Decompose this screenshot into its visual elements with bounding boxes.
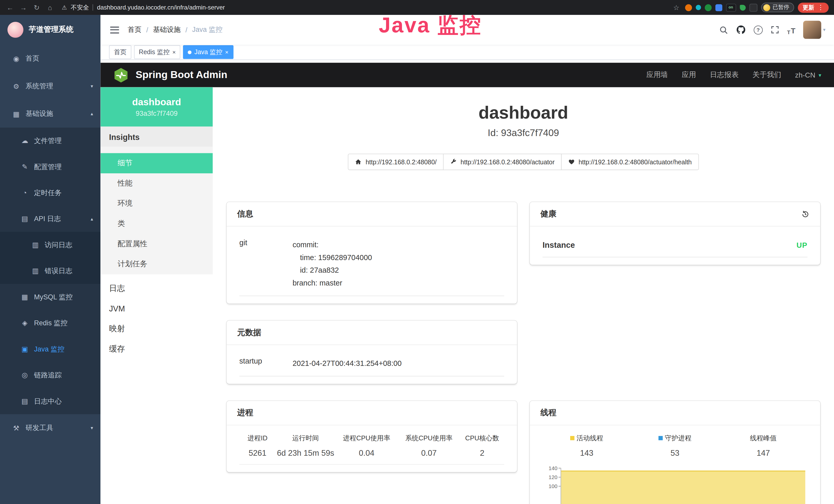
browser-menu-icon: ⋮ [817, 4, 824, 11]
hamburger-icon[interactable] [110, 26, 119, 33]
insights-group: 细节 性能 环境 类 配置属性 计划任务 [101, 147, 213, 274]
cell-value: 6d 23h 15m 59s [276, 448, 335, 457]
extensions-grid-icon[interactable] [715, 4, 722, 11]
breadcrumb-infrastructure[interactable]: 基础设施 [153, 25, 181, 35]
instance-link-actuator[interactable]: http://192.168.0.2:48080/actuator [443, 154, 562, 170]
breadcrumb-home[interactable]: 首页 [128, 25, 141, 35]
instance-link-home[interactable]: http://192.168.0.2:48080/ [348, 154, 444, 170]
sidebar-item-redis-monitor[interactable]: ◈ Redis 监控 [0, 310, 101, 336]
process-col-cores: CPU核心数 2 [460, 434, 504, 457]
sidebar-item-mappings[interactable]: 映射 [101, 318, 213, 339]
sidebar-item-tracing[interactable]: ◎ 链路追踪 [0, 362, 101, 388]
sidebar-item-classes[interactable]: 类 [101, 214, 213, 234]
caret-down-icon: ▾ [823, 27, 825, 32]
tab-label: 首页 [114, 47, 127, 56]
legend-value: 143 [543, 448, 631, 457]
legend-label: 活动线程 [543, 434, 631, 443]
details-cards: 信息 git commit: time: 1596289704000 id: 2 [226, 202, 820, 504]
sidebar-item-api-logs[interactable]: ▤ API 日志 ▴ [0, 206, 101, 232]
sba-brand-title[interactable]: Spring Boot Admin [136, 69, 227, 81]
help-icon[interactable]: ? [753, 24, 763, 35]
address-divider [93, 4, 93, 11]
instance-link-health[interactable]: http://192.168.0.2:48080/actuator/health [561, 154, 699, 170]
column-header: 运行时间 [276, 434, 335, 443]
reload-icon[interactable]: ↻ [32, 3, 41, 11]
column-header: CPU核心数 [460, 434, 504, 443]
process-card: 进程 进程ID 5261 运行时间 [226, 401, 517, 472]
sidebar-item-loggers[interactable]: 日志 [101, 278, 213, 298]
user-menu[interactable]: ▾ [804, 21, 826, 39]
cloud-icon: ☁ [20, 137, 29, 144]
sidebar-item-metrics[interactable]: 性能 [101, 173, 213, 193]
infrastructure-submenu: ☁ 文件管理 ✎ 配置管理 ◔ 定时任务 ▤ API 日志 ▴ [0, 128, 101, 414]
metadata-card-header: 元数据 [226, 321, 517, 345]
sidebar-item-home[interactable]: ◉ 首页 [0, 45, 101, 72]
breadcrumb: 首页 / 基础设施 / Java 监控 [128, 25, 222, 35]
sidebar-item-access-logs[interactable]: ▥ 访问日志 [0, 232, 101, 258]
breadcrumb-separator: / [146, 26, 148, 33]
locale-label: zh-CN [795, 71, 815, 79]
app-logo[interactable]: 芋道管理系统 [0, 15, 101, 45]
column-header: 进程CPU使用率 [335, 434, 398, 443]
profile-paused-badge[interactable]: 已暂停 [761, 3, 794, 12]
sidebar-item-jvm[interactable]: JVM [101, 298, 213, 319]
instance-header[interactable]: dashboard 93a3fc7f7409 [101, 87, 213, 127]
sidebar-item-caches[interactable]: 缓存 [101, 339, 213, 359]
sidebar-item-label: Redis 监控 [34, 318, 68, 328]
sidebar-item-environment[interactable]: 环境 [101, 193, 213, 214]
back-icon[interactable]: ← [5, 3, 15, 11]
section-insights[interactable]: Insights [101, 127, 213, 147]
forward-icon[interactable]: → [19, 3, 28, 11]
sidebar-item-scheduled[interactable]: 计划任务 [101, 254, 213, 274]
bookmark-star-icon[interactable]: ☆ [672, 3, 681, 11]
extensions-puzzle-icon[interactable] [749, 3, 757, 11]
sidebar-item-label: 基础设施 [25, 109, 53, 119]
process-card-header: 进程 [226, 401, 517, 425]
close-icon[interactable]: × [172, 49, 176, 55]
browser-home-icon[interactable]: ⌂ [45, 3, 55, 11]
sidebar-item-mysql-monitor[interactable]: ▦ MySQL 监控 [0, 284, 101, 310]
sba-nav-about[interactable]: 关于我们 [752, 70, 781, 79]
tab-java-monitor[interactable]: Java 监控 × [183, 45, 233, 59]
sidebar-item-file-management[interactable]: ☁ 文件管理 [0, 128, 101, 154]
health-instance-row[interactable]: Instance UP [543, 230, 807, 257]
eye-icon: ◎ [20, 371, 29, 379]
github-icon[interactable] [736, 24, 746, 35]
sidebar-item-java-monitor[interactable]: ▣ Java 监控 [0, 336, 101, 362]
legend-col-daemon: 守护进程 53 [631, 434, 719, 457]
sidebar-item-system-management[interactable]: ⚙ 系统管理 ▾ [0, 72, 101, 100]
history-icon[interactable] [801, 210, 810, 218]
tab-redis-monitor[interactable]: Redis 监控 × [134, 45, 180, 59]
metadata-row: startup 2021-04-27T00:44:31.254+08:00 [239, 348, 504, 376]
sidebar-item-infrastructure[interactable]: ▦ 基础设施 ▴ [0, 100, 101, 128]
infrastructure-icon: ▦ [12, 110, 21, 118]
search-icon[interactable] [719, 24, 728, 35]
extension-icon-green[interactable] [705, 4, 711, 11]
font-size-icon[interactable]: TT [787, 24, 795, 35]
extension-on-badge-icon[interactable]: on [726, 3, 736, 11]
extension-icon-leaf[interactable] [740, 5, 745, 10]
sba-nav-applications[interactable]: 应用 [682, 70, 696, 79]
locale-selector[interactable]: zh-CN ▾ [795, 71, 821, 79]
extension-icon-teal[interactable] [696, 5, 701, 10]
sba-nav-journal[interactable]: 日志报表 [710, 70, 739, 79]
legend-value: 53 [631, 448, 719, 457]
sidebar-item-dev-tools[interactable]: ⚒ 研发工具 ▾ [0, 414, 101, 442]
spring-boot-logo-icon [113, 67, 129, 83]
update-browser-button[interactable]: 更新 ⋮ [798, 2, 829, 12]
close-icon[interactable]: × [225, 49, 228, 55]
sba-embed: Spring Boot Admin 应用墙 应用 日志报表 关于我们 zh-CN… [101, 63, 834, 504]
sidebar-item-label: 系统管理 [25, 82, 53, 91]
sidebar-item-config-management[interactable]: ✎ 配置管理 [0, 154, 101, 180]
tab-home[interactable]: 首页 [109, 45, 132, 59]
sidebar-item-scheduled-tasks[interactable]: ◔ 定时任务 [0, 180, 101, 206]
legend-label: 守护进程 [631, 434, 719, 443]
address-bar[interactable]: ⚠ 不安全 dashboard.yudao.iocoder.cn/infra/a… [62, 3, 668, 11]
sba-nav-wallboard[interactable]: 应用墙 [646, 70, 668, 79]
sidebar-item-log-center[interactable]: ▤ 日志中心 [0, 388, 101, 414]
fullscreen-icon[interactable] [771, 24, 779, 35]
sidebar-item-details[interactable]: 细节 [101, 153, 213, 173]
extension-icon-orange[interactable] [685, 4, 692, 11]
sidebar-item-error-logs[interactable]: ▥ 错误日志 [0, 258, 101, 284]
sidebar-item-configprops[interactable]: 配置属性 [101, 234, 213, 254]
